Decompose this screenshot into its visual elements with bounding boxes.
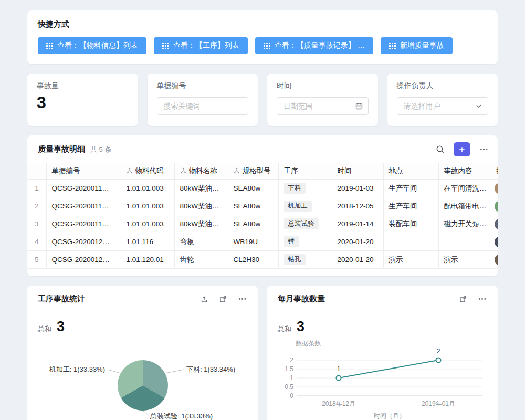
shortcuts-button-row: 查看：【物料信息】列表 查看：【工序】列表 查看：【质量事故记录】 … 新增质量… [38, 37, 487, 54]
row-index: 5 [27, 251, 46, 269]
material-code-column-header[interactable]: 物料代码 [121, 163, 174, 180]
pie-lead-line [108, 370, 121, 373]
monthly-count-card: 每月事故数量 总和 3 [267, 286, 498, 420]
view-process-list-button[interactable]: 查看：【工序】列表 [154, 37, 248, 54]
data-point[interactable] [337, 376, 341, 381]
cell-content: 演示 [438, 251, 491, 269]
doc-number-column-header[interactable]: 单据编号 [46, 163, 121, 180]
pie-more-button[interactable] [237, 293, 248, 304]
row-index: 2 [27, 197, 46, 215]
button-label: 查看：【质量事故记录】 … [275, 41, 365, 50]
content-column-header[interactable]: 事故内容 [438, 163, 491, 180]
row-index: 4 [27, 233, 46, 251]
time-column-header[interactable]: 时间 [332, 163, 383, 180]
table-record-count: 共 5 条 [90, 145, 111, 154]
search-button[interactable] [435, 144, 446, 155]
cell-material-name: 弯板 [174, 233, 228, 251]
view-quality-records-button[interactable]: 查看：【质量事故记录】 … [255, 37, 373, 54]
cell-material-name: 80kW柴油… [174, 215, 228, 233]
process-stats-card: 工序事故统计 [27, 286, 258, 420]
spec-column-header[interactable]: 规格型号 [228, 163, 278, 180]
calendar-icon[interactable] [355, 102, 363, 110]
cell-operator [491, 197, 498, 215]
open-fullscreen-button[interactable] [458, 294, 468, 304]
table-header-row: 单据编号 物料代码 物料名称 [27, 163, 498, 180]
cell-place: 生产车间 [383, 180, 438, 197]
x-axis-title: 时间（月） [374, 412, 405, 419]
cell-material-code: 1.01.01.003 [121, 215, 174, 233]
button-label: 新增质量事故 [400, 41, 444, 50]
place-column-header[interactable]: 地点 [383, 163, 438, 180]
open-in-new-icon [219, 297, 227, 305]
cell-place: 生产车间 [383, 197, 438, 215]
pie-lead-line [165, 370, 184, 373]
cell-time: 2020-01-20 [332, 233, 383, 251]
column-label: 物料名称 [189, 166, 217, 176]
more-options-button[interactable] [478, 144, 489, 155]
quality-detail-card: 质量事故明细 共 5 条 [27, 135, 498, 276]
table-actions [435, 142, 489, 156]
x-tick: 2019年01月 [422, 400, 455, 407]
line-more-button[interactable] [477, 293, 488, 304]
process-tag: 钻孔 [284, 254, 306, 265]
cell-material-name: 齿轮 [174, 251, 228, 269]
chevron-down-icon[interactable] [475, 102, 483, 110]
process-column-header[interactable]: 工序 [278, 163, 332, 180]
grid-icon [46, 43, 53, 49]
button-label: 查看：【工序】列表 [173, 41, 239, 50]
add-quality-accident-button[interactable]: 新增质量事故 [381, 37, 453, 54]
pie-lead-line [143, 411, 149, 415]
cell-content: 在车间清洗… [438, 180, 491, 197]
cell-time: 2019-01-03 [332, 180, 383, 197]
data-point[interactable] [436, 358, 441, 363]
lookup-field-icon [180, 167, 186, 175]
time-filter-card: 时间 [267, 74, 378, 126]
cell-content: 磁力开关短… [438, 215, 491, 233]
cell-spec: CL2H30 [228, 251, 278, 269]
y-axis-title: 数据条数 [296, 340, 321, 347]
process-tag: 总装试验 [284, 218, 319, 229]
process-pie-chart[interactable]: 机加工: 1(33.33%) 下料: 1(33.34%) 总装试验: 1(33.… [38, 338, 248, 420]
monthly-line-chart[interactable]: 数据条数 2 1.5 1 0.5 0 1 2 2018年12月 2019年01月… [278, 338, 488, 420]
material-name-column-header[interactable]: 物料名称 [174, 163, 228, 180]
process-tag: 镗 [284, 236, 299, 247]
cell-process: 总装试验 [278, 215, 332, 233]
ellipsis-icon [478, 297, 487, 305]
cell-process: 镗 [278, 233, 332, 251]
table-row[interactable]: 3 QCSG-2020011… 1.01.01.003 80kW柴油… SEA8… [27, 215, 498, 233]
search-icon [436, 148, 445, 155]
cell-spec: WB19U [228, 233, 278, 251]
doc-number-label: 单据编号 [157, 81, 249, 91]
accident-count-card: 事故量 3 [27, 74, 138, 126]
shortcuts-title: 快捷方式 [38, 19, 487, 29]
avatar [495, 254, 498, 266]
y-tick: 1 [290, 374, 293, 382]
y-tick: 2 [290, 356, 293, 364]
table-row[interactable]: 4 QCSG-2020012… 1.01.116 弯板 WB19U 镗 2020… [27, 233, 498, 251]
line-total-value: 3 [297, 319, 304, 335]
table-row[interactable]: 2 QCSG-2020011… 1.01.01.003 80kW柴油… SEA8… [27, 197, 498, 215]
avatar [495, 183, 498, 194]
cell-time: 2019-01-14 [332, 215, 383, 233]
add-record-button[interactable] [454, 142, 470, 156]
cell-operator [491, 251, 498, 269]
doc-number-filter-card: 单据编号 [148, 74, 258, 126]
table-row[interactable]: 5 QCSG-2020012… 1.01.120.01 齿轮 CL2H30 钻孔… [27, 251, 498, 269]
export-button[interactable] [199, 294, 209, 304]
row-index: 1 [27, 180, 46, 197]
doc-number-search-input[interactable] [157, 97, 249, 115]
operator-column-header[interactable]: 操作负责人 [491, 163, 498, 180]
pie-chart-title: 工序事故统计 [38, 294, 85, 304]
table-row[interactable]: 1 QCSG-2020011… 1.01.01.003 80kW柴油… SEA8… [27, 180, 498, 197]
open-fullscreen-button[interactable] [218, 294, 228, 304]
process-tag: 下料 [284, 183, 306, 194]
cell-doc-number: QCSG-2020011… [46, 197, 121, 215]
column-label: 物料代码 [135, 166, 164, 176]
cell-process: 钻孔 [278, 251, 332, 269]
cell-place: 演示 [383, 251, 438, 269]
pie-total-label: 总和 [38, 324, 51, 334]
view-material-list-button[interactable]: 查看：【物料信息】列表 [38, 37, 146, 54]
y-tick: 1.5 [285, 365, 293, 373]
ellipsis-icon [238, 297, 247, 305]
table-header-bar: 质量事故明细 共 5 条 [27, 135, 498, 163]
